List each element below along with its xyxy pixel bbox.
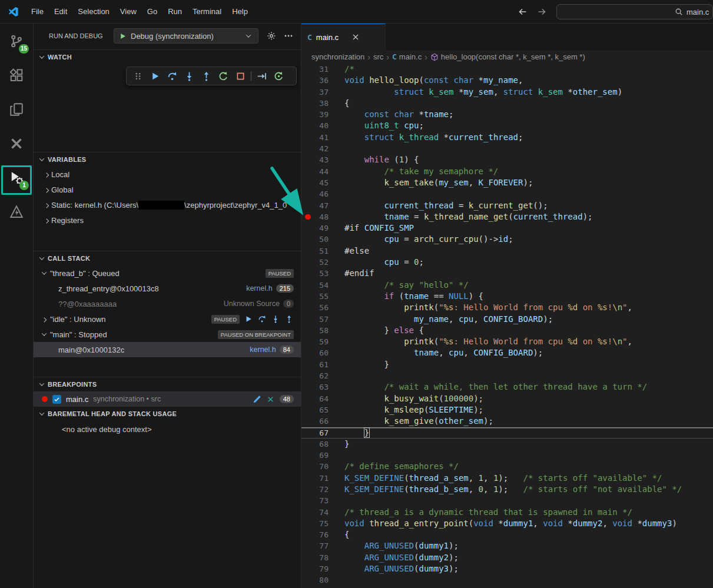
code-line-45[interactable]: 45 k_sem_take(my_sem, K_FOREVER); xyxy=(301,177,713,188)
step-out-button[interactable] xyxy=(198,68,215,84)
activity-copy-tool[interactable] xyxy=(0,95,33,124)
breakpoints-section-header[interactable]: BREAKPOINTS xyxy=(34,377,301,391)
remove-breakpoint-button[interactable] xyxy=(266,395,275,404)
more-actions-icon[interactable] xyxy=(284,31,293,41)
code-line-42[interactable]: 42 xyxy=(301,143,713,154)
code-line-51[interactable]: 51#else xyxy=(301,245,713,257)
variables-section-header[interactable]: VARIABLES xyxy=(34,152,301,167)
menu-edit[interactable]: Edit xyxy=(49,0,72,24)
code-line-66[interactable]: 66 k_sem_give(other_sem); xyxy=(301,416,713,427)
call-stack-thread[interactable]: "thread_b" : QueuedPAUSED xyxy=(34,265,301,281)
code-line-50[interactable]: 50 cpu = arch_curr_cpu()->id; xyxy=(301,234,713,245)
breakpoint-checkbox[interactable] xyxy=(52,395,61,404)
gear-icon[interactable] xyxy=(267,31,276,41)
step-into-button[interactable] xyxy=(181,68,198,84)
code-line-56[interactable]: 56 printk("%s: Hello World from cpu %d o… xyxy=(301,302,713,313)
code-line-76[interactable]: 76{ xyxy=(301,529,713,540)
breadcrumb-item-2[interactable]: src xyxy=(373,52,383,61)
drag-handle-button[interactable] xyxy=(130,68,147,84)
code-line-44[interactable]: 44 /* take my semaphore */ xyxy=(301,166,713,177)
stop-button[interactable] xyxy=(232,68,249,84)
code-line-61[interactable]: 61 } xyxy=(301,359,713,370)
variables-item[interactable]: Global xyxy=(34,182,301,197)
call-stack-thread[interactable]: "idle" : UnknownPAUSED xyxy=(34,311,301,327)
code-line-53[interactable]: 53#endif xyxy=(301,268,713,279)
code-line-43[interactable]: 43 while (1) { xyxy=(301,154,713,165)
command-center[interactable]: main.c xyxy=(556,4,713,19)
continue-button[interactable] xyxy=(243,314,253,324)
watch-section-header[interactable]: WATCH xyxy=(34,50,301,64)
arrow-right-icon[interactable] xyxy=(537,7,546,16)
menu-go[interactable]: Go xyxy=(142,0,163,24)
code-line-80[interactable]: 80 xyxy=(301,574,713,586)
goto-address-button[interactable] xyxy=(253,68,270,84)
code-line-81[interactable]: 81 /* invoke routine to ping-pong hello … xyxy=(301,586,713,588)
call-stack-frame[interactable]: z_thread_entry@0x100013c8kernel.h215 xyxy=(34,281,301,296)
call-stack-section-header[interactable]: CALL STACK xyxy=(34,251,301,265)
code-line-40[interactable]: 40 uint8_t cpu; xyxy=(301,120,713,131)
code-line-69[interactable]: 69 xyxy=(301,450,713,461)
code-lines[interactable]: 31/*36void hello_loop(const char *my_nam… xyxy=(301,64,713,588)
debug-config-dropdown[interactable]: Debug (synchronization) xyxy=(114,28,258,44)
code-line-62[interactable]: 62 xyxy=(301,370,713,381)
edit-breakpoint-button[interactable] xyxy=(253,395,261,404)
variables-item[interactable]: Local xyxy=(34,167,301,182)
code-line-48[interactable]: 48 tname = k_thread_name_get(current_thr… xyxy=(301,211,713,222)
code-line-63[interactable]: 63 /* wait a while, then let other threa… xyxy=(301,381,713,393)
code-line-58[interactable]: 58 } else { xyxy=(301,325,713,336)
menu-help[interactable]: Help xyxy=(227,0,253,24)
code-line-65[interactable]: 65 k_msleep(SLEEPTIME); xyxy=(301,404,713,416)
step-into-button[interactable] xyxy=(270,314,280,324)
reset-device-button[interactable] xyxy=(270,68,287,84)
code-line-77[interactable]: 77 ARG_UNUSED(dummy1); xyxy=(301,540,713,552)
code-line-57[interactable]: 57 my_name, cpu, CONFIG_BOARD); xyxy=(301,314,713,325)
code-line-64[interactable]: 64 k_busy_wait(100000); xyxy=(301,393,713,404)
step-over-button[interactable] xyxy=(164,68,181,84)
breadcrumb-item-4[interactable]: hello_loop(const char *, k_sem *, k_sem … xyxy=(430,52,585,61)
code-line-74[interactable]: 74/* thread_a is a dynamic thread that i… xyxy=(301,507,713,518)
menu-file[interactable]: File xyxy=(26,0,49,24)
breakpoint-item[interactable]: main.csynchronization • src48 xyxy=(34,391,301,407)
code-line-68[interactable]: 68} xyxy=(301,438,713,450)
code-line-36[interactable]: 36void hello_loop(const char *my_name, xyxy=(301,75,713,86)
code-line-38[interactable]: 38{ xyxy=(301,98,713,109)
continue-button[interactable] xyxy=(147,68,164,84)
step-out-button[interactable] xyxy=(284,314,294,324)
code-line-78[interactable]: 78 ARG_UNUSED(dummy2); xyxy=(301,552,713,563)
code-line-67[interactable]: 67 } xyxy=(301,427,713,438)
call-stack-frame[interactable]: ??@0xaaaaaaaaUnknown Source0 xyxy=(34,296,301,311)
activity-source-control[interactable]: 15 xyxy=(0,26,33,56)
tab-main-c[interactable]: C main.c xyxy=(301,24,386,50)
restart-button[interactable] xyxy=(215,68,232,84)
code-line-47[interactable]: 47 current_thread = k_current_get(); xyxy=(301,200,713,211)
code-line-72[interactable]: 72K_SEM_DEFINE(thread_b_sem, 0, 1); /* s… xyxy=(301,484,713,495)
breadcrumb-item-1[interactable]: synchronization xyxy=(311,52,364,61)
code-line-59[interactable]: 59 printk("%s: Hello World from cpu %d o… xyxy=(301,336,713,347)
code-line-60[interactable]: 60 tname, cpu, CONFIG_BOARD); xyxy=(301,347,713,358)
code-line-73[interactable]: 73 xyxy=(301,495,713,506)
menu-selection[interactable]: Selection xyxy=(72,0,114,24)
code-line-71[interactable]: 71K_SEM_DEFINE(thread_a_sem, 1, 1); /* s… xyxy=(301,473,713,484)
activity-extensions[interactable] xyxy=(0,61,33,90)
menu-terminal[interactable]: Terminal xyxy=(187,0,227,24)
arrow-left-icon[interactable] xyxy=(518,7,528,16)
variables-item[interactable]: Static: kernel.h (C:\Users\\zephyrprojec… xyxy=(34,197,301,212)
code-line-31[interactable]: 31/* xyxy=(301,64,713,75)
code-line-75[interactable]: 75void thread_a_entry_point(void *dummy1… xyxy=(301,518,713,529)
code-line-41[interactable]: 41 struct k_thread *current_thread; xyxy=(301,132,713,143)
menu-run[interactable]: Run xyxy=(163,0,187,24)
code-line-54[interactable]: 54 /* say "hello" */ xyxy=(301,280,713,291)
code-line-46[interactable]: 46 xyxy=(301,188,713,200)
baremetal-section-header[interactable]: BAREMETAL HEAP AND STACK USAGE xyxy=(34,407,301,421)
call-stack-frame[interactable]: main@0x1000132ckernel.h84 xyxy=(34,342,301,357)
start-debug-icon[interactable] xyxy=(119,32,127,40)
breadcrumb-item-3[interactable]: Cmain.c xyxy=(392,52,422,61)
code-line-52[interactable]: 52 cpu = 0; xyxy=(301,257,713,268)
close-tab-icon[interactable] xyxy=(351,32,360,42)
code-line-49[interactable]: 49#if CONFIG_SMP xyxy=(301,222,713,234)
code-line-37[interactable]: 37 struct k_sem *my_sem, struct k_sem *o… xyxy=(301,87,713,98)
activity-embedded-tools[interactable] xyxy=(0,197,33,227)
step-over-button[interactable] xyxy=(257,314,267,324)
variables-item[interactable]: Registers xyxy=(34,212,301,228)
code-line-79[interactable]: 79 ARG_UNUSED(dummy3); xyxy=(301,563,713,574)
